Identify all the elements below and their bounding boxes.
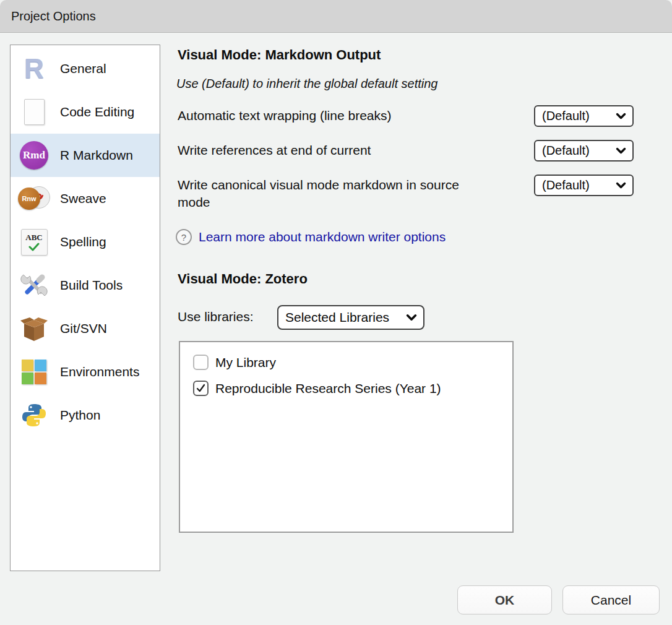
sweave-icon: Rnw <box>18 183 50 215</box>
canonical-markdown-select[interactable]: (Default) <box>534 175 634 196</box>
learn-more-link[interactable]: Learn more about markdown writer options <box>199 230 446 244</box>
sidebar-item-environments[interactable]: Environments <box>11 350 160 394</box>
check-glyph <box>28 243 40 251</box>
markdown-output-heading: Visual Mode: Markdown Output <box>178 47 381 63</box>
checkmark-icon <box>196 383 206 394</box>
use-libraries-label: Use libraries: <box>178 309 254 324</box>
default-hint-text: Use (Default) to inherit the global defa… <box>176 77 437 91</box>
sidebar-item-label: Spelling <box>60 235 106 249</box>
chevron-down-icon <box>406 314 417 321</box>
sidebar-item-r-markdown[interactable]: Rmd R Markdown <box>11 134 160 177</box>
canonical-markdown-label: Write canonical visual mode markdown in … <box>178 176 468 211</box>
window-title: Project Options <box>0 9 96 24</box>
text-wrapping-select[interactable]: (Default) <box>534 105 634 127</box>
sidebar-item-label: R Markdown <box>60 148 133 163</box>
sidebar-item-code-editing[interactable]: Code Editing <box>11 90 160 134</box>
spelling-icon: ABC <box>18 226 50 258</box>
library-row-my-library[interactable]: My Library <box>193 355 512 370</box>
project-options-dialog: { "window": { "title": "Project Options"… <box>0 0 672 625</box>
ok-button[interactable]: OK <box>457 585 552 614</box>
build-tools-icon <box>18 269 50 301</box>
help-question-icon[interactable]: ? <box>176 229 192 245</box>
title-bar: Project Options <box>0 0 672 33</box>
sidebar-item-label: Code Editing <box>60 105 134 119</box>
sidebar-item-label: Environments <box>60 364 139 379</box>
sidebar-item-label: Build Tools <box>60 278 123 293</box>
cancel-button[interactable]: Cancel <box>562 585 660 614</box>
use-libraries-select[interactable]: Selected Libraries <box>277 305 424 330</box>
sidebar-item-spelling[interactable]: ABC Spelling <box>11 220 160 264</box>
text-wrapping-label: Automatic text wrapping (line breaks) <box>178 107 475 124</box>
sidebar-item-label: General <box>60 61 106 76</box>
sidebar-item-label: Git/SVN <box>60 321 107 336</box>
sidebar-item-general[interactable]: R General <box>11 47 160 90</box>
reproducible-research-checkbox[interactable] <box>193 381 209 396</box>
rmarkdown-icon: Rmd <box>18 139 50 171</box>
chevron-down-icon <box>616 182 626 189</box>
chevron-down-icon <box>616 147 626 154</box>
git-svn-icon <box>18 312 50 345</box>
sidebar-item-git-svn[interactable]: Git/SVN <box>11 307 160 350</box>
sidebar-item-python[interactable]: Python <box>11 394 160 437</box>
python-icon <box>18 399 50 431</box>
code-document-icon <box>18 96 50 128</box>
sidebar-item-label: Sweave <box>60 191 106 206</box>
chevron-down-icon <box>616 113 626 119</box>
sidebar-item-sweave[interactable]: Rnw Sweave <box>11 177 160 220</box>
zotero-heading: Visual Mode: Zotero <box>178 271 308 287</box>
sidebar: R General Code Editing Rmd R Markdown Rn… <box>10 45 160 571</box>
r-logo-icon: R <box>18 53 50 85</box>
write-references-label: Write references at end of current <box>178 142 475 159</box>
sidebar-item-build-tools[interactable]: Build Tools <box>11 264 160 307</box>
write-references-select[interactable]: (Default) <box>534 140 634 162</box>
sidebar-item-label: Python <box>60 408 100 423</box>
zotero-libraries-list: My Library Reproducible Research Series … <box>179 341 514 533</box>
library-row-reproducible-research[interactable]: Reproducible Research Series (Year 1) <box>193 381 512 396</box>
environments-icon <box>18 356 50 388</box>
my-library-checkbox[interactable] <box>193 355 209 370</box>
